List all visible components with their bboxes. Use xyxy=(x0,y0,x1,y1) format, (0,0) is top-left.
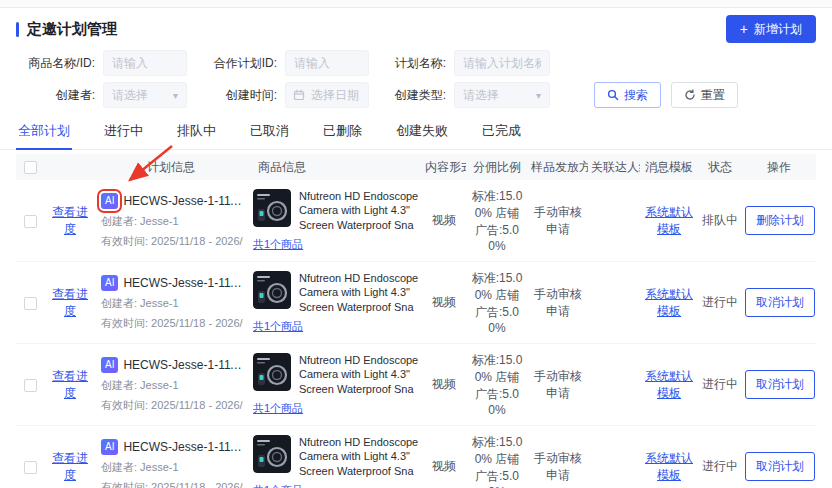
commission-cell: 标准:15.00% 店铺广告:5.00% xyxy=(466,262,528,344)
header-product-info: 商品信息 xyxy=(246,154,422,180)
chevron-down-icon: ▾ xyxy=(536,90,541,101)
product-main: Nfutreon HD Endoscope Camera with Light … xyxy=(249,271,419,315)
search-icon xyxy=(607,89,619,101)
header-message-template: 消息模板 xyxy=(640,154,698,180)
coop-plan-id-label: 合作计划ID: xyxy=(209,55,277,72)
row-action-button[interactable]: 删除计划 xyxy=(745,206,815,235)
commission-cell: 标准:15.00% 店铺广告:5.00% xyxy=(466,426,528,488)
message-template-link[interactable]: 系统默认模板 xyxy=(645,369,693,400)
sample-method-cell: 手动审核申请 xyxy=(528,180,588,262)
plan-creator: 创建者: Jesse-1 xyxy=(99,214,243,229)
plan-valid-time: 有效时间: 2025/11/18 - 2026/02/18 xyxy=(99,398,243,413)
commission-cell: 标准:15.00% 店铺广告:5.00% xyxy=(466,180,528,262)
plans-table: 计划信息 商品信息 内容形式 分佣比例 样品发放方式 关联达人组 消息模板 状态… xyxy=(16,154,816,488)
plan-valid-time: 有效时间: 2025/11/18 - 2026/02/18 xyxy=(99,234,243,249)
search-button[interactable]: 搜索 xyxy=(594,82,661,108)
ai-badge: AI xyxy=(101,193,118,209)
tab-cancelled[interactable]: 已取消 xyxy=(248,118,291,150)
table-row: 查看进度 AI HECWS-Jesse-1-1118-1... 创建者: Jes… xyxy=(16,344,816,426)
create-type-select[interactable]: 请选择 ▾ xyxy=(454,82,550,108)
product-thumbnail xyxy=(253,189,291,227)
create-type-label: 创建类型: xyxy=(391,87,446,104)
sample-method-cell: 手动审核申请 xyxy=(528,262,588,344)
filter-row-2: 创建者: 请选择 ▾ 创建时间: 选择日期 创建类型: 请选择 ▾ 搜索 xyxy=(16,82,816,108)
filter-row-1: 商品名称/ID: 合作计划ID: 计划名称: xyxy=(16,50,816,76)
ai-badge: AI xyxy=(101,275,118,291)
header-progress xyxy=(44,154,96,180)
reset-button[interactable]: 重置 xyxy=(671,82,738,108)
product-id-label: 商品名称/ID: xyxy=(16,55,95,72)
influencer-group-cell xyxy=(588,344,640,426)
select-all-cell xyxy=(16,154,44,180)
plan-name: HECWS-Jesse-1-1118-1... xyxy=(123,358,243,372)
row-checkbox[interactable] xyxy=(24,215,37,228)
row-checkbox[interactable] xyxy=(24,461,37,474)
influencer-group-cell xyxy=(588,426,640,488)
header-actions: 操作 xyxy=(742,154,816,180)
view-progress-link[interactable]: 查看进度 xyxy=(52,451,88,482)
message-template-link[interactable]: 系统默认模板 xyxy=(645,287,693,318)
plan-title-line: AI HECWS-Jesse-1-1118-1... xyxy=(99,275,243,291)
sample-method-cell: 手动审核申请 xyxy=(528,344,588,426)
product-main: Nfutreon HD Endoscope Camera with Light … xyxy=(249,435,419,479)
influencer-group-cell xyxy=(588,262,640,344)
row-checkbox[interactable] xyxy=(24,379,37,392)
coop-plan-id-input[interactable] xyxy=(285,50,369,76)
header-content-format: 内容形式 xyxy=(422,154,466,180)
plan-title-line: AI HECWS-Jesse-1-1118-1... xyxy=(99,439,243,455)
product-count-link[interactable]: 共1个商品 xyxy=(253,237,303,252)
table-row: 查看进度 AI HECWS-Jesse-1-1118-1... 创建者: Jes… xyxy=(16,426,816,488)
product-main: Nfutreon HD Endoscope Camera with Light … xyxy=(249,353,419,397)
view-progress-link[interactable]: 查看进度 xyxy=(52,287,88,318)
header-status: 状态 xyxy=(698,154,742,180)
tab-queued[interactable]: 排队中 xyxy=(175,118,218,150)
select-all-checkbox[interactable] xyxy=(24,161,37,174)
search-button-label: 搜索 xyxy=(624,87,648,104)
tab-create-failed[interactable]: 创建失败 xyxy=(394,118,450,150)
row-action-button[interactable]: 取消计划 xyxy=(745,452,815,481)
product-title: Nfutreon HD Endoscope Camera with Light … xyxy=(299,435,419,479)
page-header: 定邀计划管理 + 新增计划 xyxy=(0,8,832,48)
product-id-input[interactable] xyxy=(103,50,187,76)
tabs-bar: 全部计划 进行中 排队中 已取消 已删除 创建失败 已完成 xyxy=(0,120,832,150)
product-count-link[interactable]: 共1个商品 xyxy=(253,483,303,488)
plan-name: HECWS-Jesse-1-1118-1... xyxy=(123,276,243,290)
table-row: 查看进度 AI HECWS-Jesse-1-1118-1... 创建者: Jes… xyxy=(16,262,816,344)
table-header-row: 计划信息 商品信息 内容形式 分佣比例 样品发放方式 关联达人组 消息模板 状态… xyxy=(16,154,816,180)
message-template-link[interactable]: 系统默认模板 xyxy=(645,205,693,236)
tab-deleted[interactable]: 已删除 xyxy=(321,118,364,150)
product-title: Nfutreon HD Endoscope Camera with Light … xyxy=(299,271,419,315)
message-template-link[interactable]: 系统默认模板 xyxy=(645,451,693,482)
row-action-button[interactable]: 取消计划 xyxy=(745,370,815,399)
product-thumbnail xyxy=(253,271,291,309)
content-format-cell: 视频 xyxy=(422,426,466,488)
filter-plan-name: 计划名称: xyxy=(391,50,550,76)
plan-name-input[interactable] xyxy=(454,50,550,76)
product-thumbnail xyxy=(253,353,291,391)
plan-name: HECWS-Jesse-1-1118-1... xyxy=(123,440,243,454)
header-influencer-group: 关联达人组 xyxy=(588,154,640,180)
filter-product-id: 商品名称/ID: xyxy=(16,50,187,76)
creator-select-placeholder: 请选择 xyxy=(112,87,148,104)
add-plan-button[interactable]: + 新增计划 xyxy=(726,15,816,43)
plan-name-label: 计划名称: xyxy=(391,55,446,72)
commission-cell: 标准:15.00% 店铺广告:5.00% xyxy=(466,344,528,426)
status-cell: 进行中 xyxy=(698,262,742,344)
tab-all-plans[interactable]: 全部计划 xyxy=(16,118,72,150)
row-checkbox[interactable] xyxy=(24,297,37,310)
product-count-link[interactable]: 共1个商品 xyxy=(253,401,303,416)
content-format-cell: 视频 xyxy=(422,344,466,426)
tab-completed[interactable]: 已完成 xyxy=(480,118,523,150)
product-count-link[interactable]: 共1个商品 xyxy=(253,319,303,334)
creator-label: 创建者: xyxy=(16,87,95,104)
header-commission: 分佣比例 xyxy=(466,154,528,180)
row-action-button[interactable]: 取消计划 xyxy=(745,288,815,317)
view-progress-link[interactable]: 查看进度 xyxy=(52,205,88,236)
create-time-datepicker[interactable]: 选择日期 xyxy=(285,82,369,108)
product-thumbnail xyxy=(253,435,291,473)
tab-in-progress[interactable]: 进行中 xyxy=(102,118,145,150)
creator-select[interactable]: 请选择 ▾ xyxy=(103,82,187,108)
view-progress-link[interactable]: 查看进度 xyxy=(52,369,88,400)
product-main: Nfutreon HD Endoscope Camera with Light … xyxy=(249,189,419,233)
status-cell: 进行中 xyxy=(698,426,742,488)
